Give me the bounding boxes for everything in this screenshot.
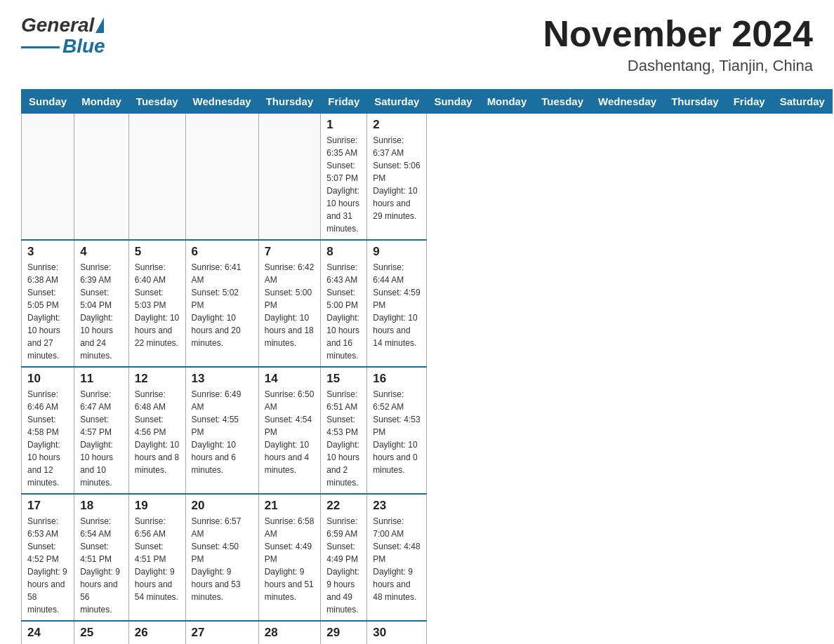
- day-info: Sunrise: 6:51 AM Sunset: 4:53 PM Dayligh…: [326, 388, 361, 489]
- calendar-cell: 4Sunrise: 6:39 AM Sunset: 5:04 PM Daylig…: [74, 240, 129, 367]
- header-thursday: Thursday: [258, 90, 321, 114]
- calendar-cell: [128, 114, 185, 241]
- header-saturday: Saturday: [367, 90, 427, 114]
- calendar-cell: 9Sunrise: 6:44 AM Sunset: 4:59 PM Daylig…: [367, 240, 427, 367]
- week-row-4: 24Sunrise: 7:01 AM Sunset: 4:48 PM Dayli…: [22, 621, 833, 644]
- day-number: 23: [373, 499, 421, 513]
- day-number: 2: [373, 118, 421, 132]
- day-number: 12: [135, 372, 180, 386]
- calendar-cell: 30Sunrise: 7:07 AM Sunset: 4:45 PM Dayli…: [367, 621, 427, 644]
- calendar-cell: 3Sunrise: 6:38 AM Sunset: 5:05 PM Daylig…: [22, 240, 74, 367]
- calendar-cell: 1Sunrise: 6:35 AM Sunset: 5:07 PM Daylig…: [321, 114, 367, 241]
- day-number: 21: [265, 499, 315, 513]
- day-info: Sunrise: 6:40 AM Sunset: 5:03 PM Dayligh…: [135, 261, 180, 349]
- day-number: 20: [192, 499, 253, 513]
- calendar-cell: 25Sunrise: 7:02 AM Sunset: 4:47 PM Dayli…: [74, 621, 129, 644]
- calendar-cell: [185, 114, 258, 241]
- header-friday: Friday: [321, 90, 367, 114]
- day-info: Sunrise: 6:38 AM Sunset: 5:05 PM Dayligh…: [27, 261, 68, 362]
- calendar-cell: 11Sunrise: 6:47 AM Sunset: 4:57 PM Dayli…: [74, 367, 129, 494]
- calendar-cell: 13Sunrise: 6:49 AM Sunset: 4:55 PM Dayli…: [185, 367, 258, 494]
- logo-triangle-icon: [95, 18, 104, 33]
- day-number: 27: [192, 626, 253, 640]
- day-info: Sunrise: 6:48 AM Sunset: 4:56 PM Dayligh…: [135, 388, 180, 476]
- month-title: November 2024: [543, 14, 813, 54]
- header-saturday: Saturday: [772, 90, 832, 114]
- day-info: Sunrise: 6:43 AM Sunset: 5:00 PM Dayligh…: [326, 261, 361, 362]
- logo-general-text: General: [21, 14, 94, 36]
- logo-line: [21, 46, 60, 48]
- calendar-cell: 22Sunrise: 6:59 AM Sunset: 4:49 PM Dayli…: [321, 494, 367, 621]
- header-thursday: Thursday: [664, 90, 727, 114]
- day-number: 22: [326, 499, 361, 513]
- header-sunday: Sunday: [22, 90, 74, 114]
- page-header: General Blue November 2024 Dashentang, T…: [21, 14, 813, 75]
- calendar-cell: 24Sunrise: 7:01 AM Sunset: 4:48 PM Dayli…: [22, 621, 74, 644]
- week-row-2: 10Sunrise: 6:46 AM Sunset: 4:58 PM Dayli…: [22, 367, 833, 494]
- calendar-cell: 29Sunrise: 7:06 AM Sunset: 4:46 PM Dayli…: [321, 621, 367, 644]
- day-number: 6: [192, 245, 253, 259]
- day-number: 10: [27, 372, 68, 386]
- day-number: 25: [80, 626, 123, 640]
- day-number: 28: [265, 626, 315, 640]
- title-section: November 2024 Dashentang, Tianjin, China: [543, 14, 813, 75]
- day-number: 19: [135, 499, 180, 513]
- header-monday: Monday: [74, 90, 129, 114]
- calendar-cell: 12Sunrise: 6:48 AM Sunset: 4:56 PM Dayli…: [128, 367, 185, 494]
- calendar-cell: [22, 114, 74, 241]
- day-number: 13: [192, 372, 253, 386]
- day-info: Sunrise: 6:39 AM Sunset: 5:04 PM Dayligh…: [80, 261, 123, 362]
- header-tuesday: Tuesday: [128, 90, 185, 114]
- calendar-cell: 14Sunrise: 6:50 AM Sunset: 4:54 PM Dayli…: [258, 367, 321, 494]
- day-info: Sunrise: 6:50 AM Sunset: 4:54 PM Dayligh…: [265, 388, 315, 476]
- header-monday: Monday: [479, 90, 534, 114]
- day-number: 7: [265, 245, 315, 259]
- calendar-cell: 19Sunrise: 6:56 AM Sunset: 4:51 PM Dayli…: [128, 494, 185, 621]
- calendar-cell: 28Sunrise: 7:05 AM Sunset: 4:46 PM Dayli…: [258, 621, 321, 644]
- day-info: Sunrise: 6:42 AM Sunset: 5:00 PM Dayligh…: [265, 261, 315, 349]
- day-info: Sunrise: 6:47 AM Sunset: 4:57 PM Dayligh…: [80, 388, 123, 489]
- day-number: 5: [135, 245, 180, 259]
- day-number: 18: [80, 499, 123, 513]
- calendar-cell: 23Sunrise: 7:00 AM Sunset: 4:48 PM Dayli…: [367, 494, 427, 621]
- day-number: 30: [373, 626, 421, 640]
- header-friday: Friday: [726, 90, 772, 114]
- day-info: Sunrise: 6:59 AM Sunset: 4:49 PM Dayligh…: [326, 515, 361, 616]
- calendar-cell: 18Sunrise: 6:54 AM Sunset: 4:51 PM Dayli…: [74, 494, 129, 621]
- week-row-1: 3Sunrise: 6:38 AM Sunset: 5:05 PM Daylig…: [22, 240, 833, 367]
- day-number: 24: [27, 626, 68, 640]
- calendar-cell: 21Sunrise: 6:58 AM Sunset: 4:49 PM Dayli…: [258, 494, 321, 621]
- day-number: 4: [80, 245, 123, 259]
- day-info: Sunrise: 6:56 AM Sunset: 4:51 PM Dayligh…: [135, 515, 180, 603]
- day-number: 9: [373, 245, 421, 259]
- calendar-table: SundayMondayTuesdayWednesdayThursdayFrid…: [21, 89, 833, 644]
- day-info: Sunrise: 6:37 AM Sunset: 5:06 PM Dayligh…: [373, 134, 421, 222]
- logo: General Blue: [21, 14, 105, 58]
- calendar-cell: 26Sunrise: 7:03 AM Sunset: 4:47 PM Dayli…: [128, 621, 185, 644]
- day-number: 16: [373, 372, 421, 386]
- calendar-cell: 20Sunrise: 6:57 AM Sunset: 4:50 PM Dayli…: [185, 494, 258, 621]
- day-number: 11: [80, 372, 123, 386]
- header-wednesday: Wednesday: [591, 90, 664, 114]
- day-info: Sunrise: 6:53 AM Sunset: 4:52 PM Dayligh…: [27, 515, 68, 616]
- day-number: 26: [135, 626, 180, 640]
- day-number: 29: [326, 626, 361, 640]
- calendar-cell: [258, 114, 321, 241]
- logo-blue-text: Blue: [62, 35, 105, 58]
- calendar-cell: 6Sunrise: 6:41 AM Sunset: 5:02 PM Daylig…: [185, 240, 258, 367]
- day-info: Sunrise: 6:54 AM Sunset: 4:51 PM Dayligh…: [80, 515, 123, 616]
- day-info: Sunrise: 6:46 AM Sunset: 4:58 PM Dayligh…: [27, 388, 68, 489]
- calendar-cell: [74, 114, 129, 241]
- day-info: Sunrise: 6:52 AM Sunset: 4:53 PM Dayligh…: [373, 388, 421, 476]
- day-info: Sunrise: 7:00 AM Sunset: 4:48 PM Dayligh…: [373, 515, 421, 603]
- calendar-cell: 7Sunrise: 6:42 AM Sunset: 5:00 PM Daylig…: [258, 240, 321, 367]
- day-info: Sunrise: 6:58 AM Sunset: 4:49 PM Dayligh…: [265, 515, 315, 603]
- calendar-cell: 8Sunrise: 6:43 AM Sunset: 5:00 PM Daylig…: [321, 240, 367, 367]
- calendar-cell: 10Sunrise: 6:46 AM Sunset: 4:58 PM Dayli…: [22, 367, 74, 494]
- week-row-0: 1Sunrise: 6:35 AM Sunset: 5:07 PM Daylig…: [22, 114, 833, 241]
- header-wednesday: Wednesday: [185, 90, 258, 114]
- calendar-header-row: SundayMondayTuesdayWednesdayThursdayFrid…: [22, 90, 833, 114]
- day-number: 1: [326, 118, 361, 132]
- calendar-cell: 17Sunrise: 6:53 AM Sunset: 4:52 PM Dayli…: [22, 494, 74, 621]
- header-sunday: Sunday: [427, 90, 479, 114]
